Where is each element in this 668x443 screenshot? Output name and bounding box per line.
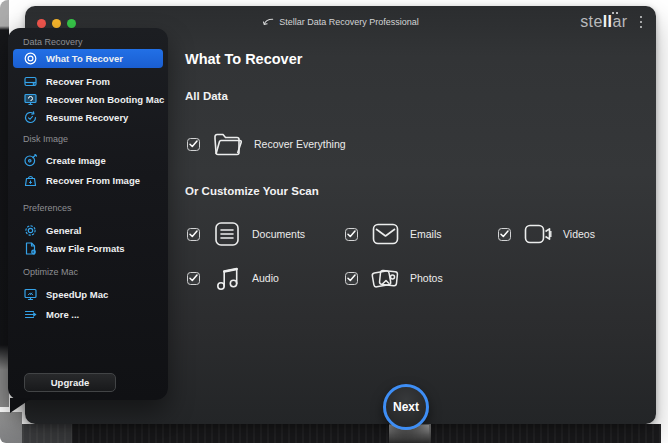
page-title: What To Recover — [185, 51, 302, 67]
audio-checkbox[interactable] — [187, 272, 200, 285]
sidebar-item-label: What To Recover — [46, 53, 123, 64]
zoom-window-button[interactable] — [67, 19, 76, 28]
disk-pencil-icon — [23, 154, 37, 168]
sidebar-item-label: Recover Non Booting Mac — [46, 94, 164, 105]
mac-monitor-icon — [23, 93, 37, 107]
check-icon — [189, 140, 198, 148]
sidebar-item-label: Create Image — [46, 155, 106, 166]
speedup-monitor-icon — [23, 288, 37, 302]
background-window-corner — [0, 412, 22, 443]
logo-text: ar — [612, 13, 627, 30]
drive-icon — [23, 75, 37, 89]
scan-item-photos: Photos — [345, 260, 443, 296]
check-icon — [347, 274, 356, 282]
sidebar-item-label: SpeedUp Mac — [46, 289, 108, 300]
sidebar-section-data-recovery: Data Recovery — [23, 37, 83, 47]
scan-item-label: Recover Everything — [254, 138, 346, 150]
scan-item-documents: Documents — [187, 216, 305, 252]
scan-item-label: Documents — [252, 228, 305, 240]
sidebar-item-speedup-mac[interactable]: SpeedUp Mac — [13, 285, 163, 304]
sidebar-item-label: Recover From — [46, 76, 110, 87]
sidebar: Data Recovery What To Recover Recover Fr… — [8, 28, 168, 400]
brand-area: stellar — [580, 13, 644, 31]
close-window-button[interactable] — [37, 19, 46, 28]
all-data-section-label: All Data — [185, 90, 228, 102]
screenshot-stage: Stellar Data Recovery Professional stell… — [0, 0, 668, 443]
sidebar-item-label: Raw File Formats — [46, 243, 125, 254]
next-button[interactable]: Next — [383, 384, 429, 430]
videos-checkbox[interactable] — [498, 228, 511, 241]
scan-item-label: Emails — [410, 228, 442, 240]
image-bag-icon — [23, 174, 37, 188]
sidebar-item-recover-from-image[interactable]: Recover From Image — [13, 171, 163, 190]
scan-item-recover-everything: Recover Everything — [187, 126, 346, 162]
customize-section-label: Or Customize Your Scan — [185, 185, 319, 197]
check-icon — [500, 230, 509, 238]
logo-text: ste — [580, 13, 603, 30]
more-lines-icon — [23, 308, 37, 322]
recover-everything-checkbox[interactable] — [187, 138, 200, 151]
emails-icon — [371, 223, 399, 245]
reflection-stripes — [22, 424, 661, 443]
sidebar-item-label: More ... — [46, 309, 79, 320]
scan-item-label: Videos — [563, 228, 595, 240]
scan-item-label: Audio — [252, 272, 279, 284]
logo-text-bold: ll — [603, 13, 613, 30]
check-icon — [189, 230, 198, 238]
file-gear-icon — [23, 242, 37, 256]
sidebar-item-label: General — [46, 225, 81, 236]
gear-icon — [23, 224, 37, 238]
sidebar-item-general[interactable]: General — [13, 221, 163, 240]
folder-icon — [213, 132, 243, 157]
window-title-group: Stellar Data Recovery Professional — [262, 17, 419, 27]
documents-checkbox[interactable] — [187, 228, 200, 241]
scan-item-videos: Videos — [498, 216, 595, 252]
kebab-menu-icon[interactable] — [638, 14, 645, 31]
check-icon — [347, 230, 356, 238]
sidebar-section-disk-image: Disk Image — [23, 134, 68, 144]
logo-dots-icon — [612, 12, 618, 14]
sidebar-section-optimize-mac: Optimize Mac — [23, 267, 78, 277]
traffic-lights — [37, 19, 76, 28]
sidebar-item-label: Resume Recovery — [46, 112, 128, 123]
sidebar-item-more[interactable]: More ... — [13, 305, 163, 324]
check-icon — [189, 274, 198, 282]
stellar-logo: stellar — [580, 13, 627, 31]
resume-arrow-icon — [23, 111, 37, 125]
photos-icon — [371, 266, 399, 291]
minimize-window-button[interactable] — [52, 19, 61, 28]
scan-item-label: Photos — [410, 272, 443, 284]
sidebar-item-label: Recover From Image — [46, 175, 140, 186]
window-title: Stellar Data Recovery Professional — [279, 17, 419, 27]
documents-icon — [213, 221, 241, 247]
videos-icon — [524, 223, 552, 245]
sidebar-item-recover-non-booting-mac[interactable]: Recover Non Booting Mac — [13, 90, 163, 109]
scan-item-audio: Audio — [187, 260, 279, 296]
back-arrow-icon[interactable] — [262, 18, 273, 27]
sidebar-section-preferences: Preferences — [23, 203, 72, 213]
scan-item-emails: Emails — [345, 216, 442, 252]
sidebar-item-raw-file-formats[interactable]: Raw File Formats — [13, 239, 163, 258]
upgrade-button[interactable]: Upgrade — [24, 373, 116, 392]
sidebar-item-create-image[interactable]: Create Image — [13, 151, 163, 170]
restore-target-icon — [23, 52, 37, 66]
audio-icon — [213, 265, 241, 291]
sidebar-item-resume-recovery[interactable]: Resume Recovery — [13, 108, 163, 127]
bottom-reflection-strip — [22, 424, 661, 443]
sidebar-item-recover-from[interactable]: Recover From — [13, 72, 163, 91]
photos-checkbox[interactable] — [345, 272, 358, 285]
sidebar-item-what-to-recover[interactable]: What To Recover — [13, 49, 163, 68]
emails-checkbox[interactable] — [345, 228, 358, 241]
